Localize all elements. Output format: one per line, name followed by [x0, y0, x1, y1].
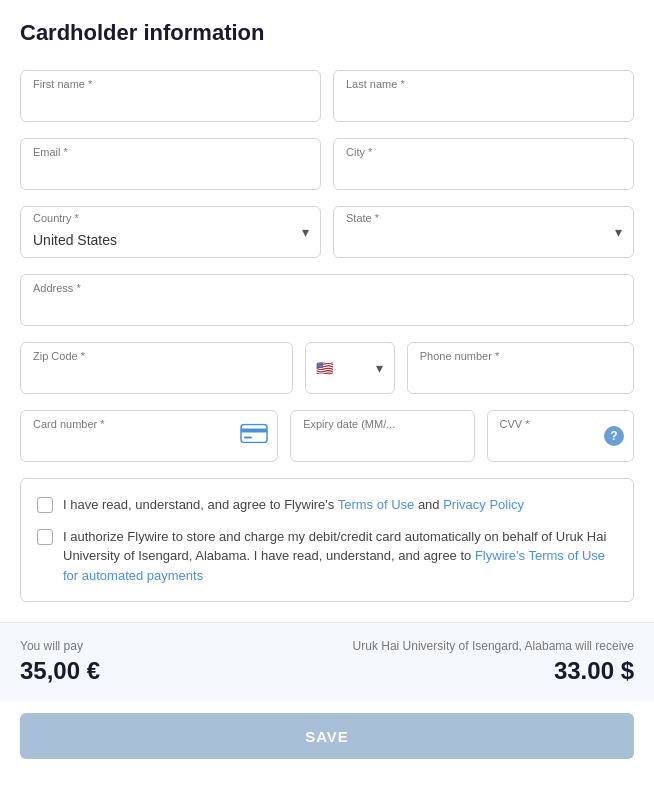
zip-input[interactable]: [20, 342, 293, 394]
university-receive-amount: 33.00 $: [554, 657, 634, 685]
phone-country-select[interactable]: 🇺🇸 🇬🇧 🇩🇪: [305, 342, 395, 394]
cvv-field: CVV * ?: [487, 410, 635, 462]
zip-phone-row: Zip Code * 🇺🇸 🇬🇧 🇩🇪 ▾ Phone number *: [20, 342, 634, 394]
expiry-date-field: Expiry date (MM/...: [290, 410, 474, 462]
university-receive-label: Uruk Hai University of Isengard, Alabama…: [353, 639, 634, 653]
phone-country-field: 🇺🇸 🇬🇧 🇩🇪 ▾: [305, 342, 395, 394]
payment-summary: You will pay 35,00 € Uruk Hai University…: [0, 622, 654, 701]
cvv-wrapper: CVV * ?: [487, 410, 635, 462]
consent-box: I have read, understand, and agree to Fl…: [20, 478, 634, 602]
email-field: Email *: [20, 138, 321, 190]
first-name-field: First name *: [20, 70, 321, 122]
pay-left: You will pay 35,00 €: [20, 639, 100, 685]
last-name-input[interactable]: [333, 70, 634, 122]
terms-checkbox[interactable]: [37, 497, 53, 513]
terms-of-use-link[interactable]: Terms of Use: [338, 497, 415, 512]
country-field: Country * United States United Kingdom G…: [20, 206, 321, 258]
svg-rect-0: [241, 425, 267, 443]
privacy-policy-link[interactable]: Privacy Policy: [443, 497, 524, 512]
cvv-help-icon[interactable]: ?: [604, 426, 624, 446]
address-field: Address *: [20, 274, 634, 326]
authorize-consent-text: I authorize Flywire to store and charge …: [63, 527, 617, 586]
terms-consent-text: I have read, understand, and agree to Fl…: [63, 495, 524, 515]
last-name-field: Last name *: [333, 70, 634, 122]
expiry-date-input[interactable]: [290, 410, 474, 462]
consent-item-terms: I have read, understand, and agree to Fl…: [37, 495, 617, 515]
country-state-row: Country * United States United Kingdom G…: [20, 206, 634, 258]
phone-number-field: Phone number *: [407, 342, 634, 394]
city-input[interactable]: [333, 138, 634, 190]
address-input[interactable]: [20, 274, 634, 326]
page-title: Cardholder information: [20, 20, 634, 46]
svg-rect-1: [241, 429, 267, 433]
name-row: First name * Last name *: [20, 70, 634, 122]
pay-right: Uruk Hai University of Isengard, Alabama…: [353, 639, 634, 685]
email-input[interactable]: [20, 138, 321, 190]
phone-number-input[interactable]: [407, 342, 634, 394]
credit-card-icon: [240, 424, 268, 449]
save-button[interactable]: SAVE: [20, 713, 634, 759]
consent-item-authorize: I authorize Flywire to store and charge …: [37, 527, 617, 586]
save-button-container: SAVE: [0, 701, 654, 771]
email-city-row: Email * City *: [20, 138, 634, 190]
svg-rect-2: [244, 437, 252, 439]
address-row: Address *: [20, 274, 634, 326]
card-number-field: Card number *: [20, 410, 278, 462]
state-select[interactable]: Alabama California New York Texas: [333, 206, 634, 258]
authorize-checkbox[interactable]: [37, 529, 53, 545]
zip-field: Zip Code *: [20, 342, 293, 394]
you-will-pay-amount: 35,00 €: [20, 657, 100, 685]
you-will-pay-label: You will pay: [20, 639, 100, 653]
country-select[interactable]: United States United Kingdom Germany Fra…: [20, 206, 321, 258]
card-row: Card number * Expiry date (MM/... CVV * …: [20, 410, 634, 462]
state-field: State * Alabama California New York Texa…: [333, 206, 634, 258]
first-name-input[interactable]: [20, 70, 321, 122]
city-field: City *: [333, 138, 634, 190]
